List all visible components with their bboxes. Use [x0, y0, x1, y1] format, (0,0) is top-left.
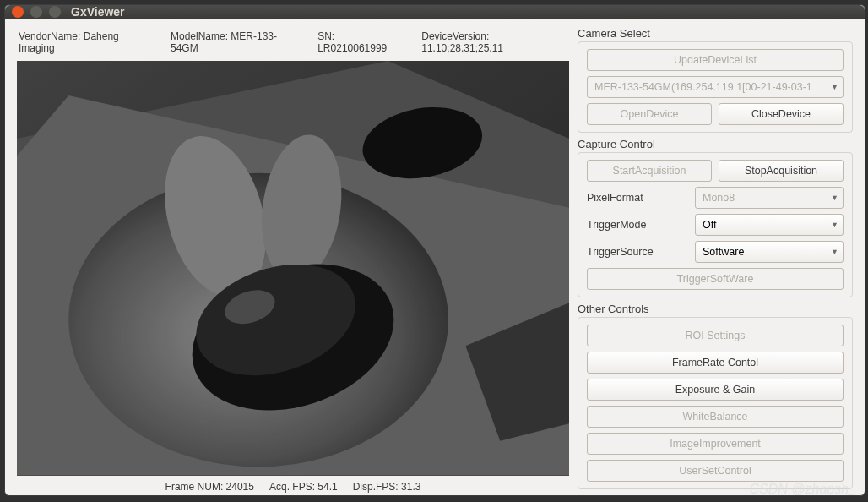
- window-close-button[interactable]: [12, 6, 24, 18]
- white-balance-button[interactable]: WhiteBalance: [587, 406, 844, 428]
- status-row: Frame NUM: 24015 Acq. FPS: 54.1 Disp.FPS…: [17, 476, 569, 493]
- trigger-software-button[interactable]: TriggerSoftWare: [587, 268, 844, 290]
- start-acquisition-button[interactable]: StartAcquisition: [587, 160, 712, 182]
- window-title: GxViewer: [71, 5, 125, 19]
- content-area: VendorName: Daheng Imaging ModelName: ME…: [5, 19, 865, 502]
- device-info-row: VendorName: Daheng Imaging ModelName: ME…: [17, 27, 569, 61]
- exposure-gain-button[interactable]: Exposure & Gain: [587, 379, 844, 401]
- window-maximize-button[interactable]: [49, 6, 61, 18]
- right-panel: Camera Select UpdateDeviceList MER-133-5…: [578, 27, 853, 493]
- gxviewer-window: GxViewer VendorName: Daheng Imaging Mode…: [4, 4, 865, 496]
- camera-select-section: Camera Select UpdateDeviceList MER-133-5…: [578, 27, 853, 133]
- frame-num: Frame NUM: 24015: [165, 481, 254, 493]
- device-select[interactable]: MER-133-54GM(169.254.119.1[00-21-49-03-1: [587, 76, 844, 98]
- capture-control-section: Capture Control StartAcquisition StopAcq…: [578, 138, 853, 297]
- roi-settings-button[interactable]: ROI Settings: [587, 325, 844, 346]
- disp-fps: Disp.FPS: 31.3: [353, 481, 421, 493]
- close-device-button[interactable]: CloseDevice: [719, 103, 844, 125]
- model-name: ModelName: MER-133-54GM: [171, 30, 299, 54]
- capture-control-heading: Capture Control: [578, 138, 853, 150]
- camera-select-heading: Camera Select: [578, 27, 853, 40]
- acq-fps: Acq. FPS: 54.1: [269, 481, 338, 493]
- other-controls-heading: Other Controls: [578, 303, 853, 315]
- camera-preview: [17, 61, 569, 476]
- trigger-mode-label: TriggerMode: [587, 219, 688, 231]
- open-device-button[interactable]: OpenDevice: [587, 103, 712, 125]
- titlebar: GxViewer: [5, 5, 865, 19]
- serial-number: SN: LR0210061999: [317, 30, 403, 54]
- framerate-control-button[interactable]: FrameRate Contol: [587, 352, 844, 374]
- stop-acquisition-button[interactable]: StopAcquisition: [719, 160, 844, 182]
- device-version: DeviceVersion: 11.10;28.31;25.11: [421, 30, 567, 54]
- user-set-control-button[interactable]: UserSetControl: [587, 460, 844, 482]
- vendor-name: VendorName: Daheng Imaging: [19, 30, 152, 54]
- other-controls-section: Other Controls ROI Settings FrameRate Co…: [578, 303, 853, 489]
- svg-rect-12: [17, 61, 569, 476]
- trigger-mode-select[interactable]: Off: [695, 214, 844, 236]
- pixel-format-label: PixelFormat: [587, 192, 688, 204]
- trigger-source-select[interactable]: Software: [695, 241, 844, 263]
- window-minimize-button[interactable]: [30, 6, 42, 18]
- image-improvement-button[interactable]: ImageImprovement: [587, 433, 844, 455]
- left-panel: VendorName: Daheng Imaging ModelName: ME…: [17, 27, 569, 493]
- trigger-source-label: TriggerSource: [587, 246, 688, 258]
- pixel-format-select[interactable]: Mono8: [695, 187, 844, 209]
- update-device-list-button[interactable]: UpdateDeviceList: [587, 49, 844, 71]
